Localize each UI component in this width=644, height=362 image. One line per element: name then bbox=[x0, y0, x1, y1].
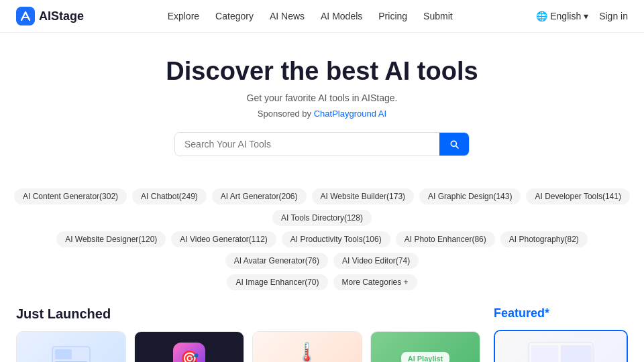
svg-rect-21 bbox=[531, 345, 558, 362]
nav-right: 🌐 English ▾ Sign in bbox=[536, 11, 628, 21]
signin-button[interactable]: Sign in bbox=[599, 11, 628, 21]
tool-img-spotify: AI Playlist bbox=[371, 332, 480, 362]
svg-rect-22 bbox=[561, 345, 592, 362]
ypod-icon: 🎯 bbox=[173, 343, 205, 362]
sponsored-link[interactable]: ChatPlayground AI bbox=[314, 109, 386, 119]
main-content: Just Launched Molmo ↗ bbox=[0, 293, 644, 362]
featured-section: Featured* CVBee.ai ↗ 👍 bbox=[494, 306, 628, 362]
cat-video-editor[interactable]: AI Video Editor(74) bbox=[333, 253, 419, 269]
hero-sponsored: Sponsored by ChatPlayground AI bbox=[13, 109, 631, 119]
cat-avatar-gen[interactable]: AI Avatar Generator(76) bbox=[225, 253, 328, 269]
cat-content-gen[interactable]: AI Content Generator(302) bbox=[14, 188, 127, 204]
category-tags-row2: AI Website Designer(120) AI Video Genera… bbox=[0, 229, 644, 272]
cat-tools-dir[interactable]: AI Tools Directory(128) bbox=[272, 210, 372, 226]
cat-photo-enhancer[interactable]: AI Photo Enhancer(86) bbox=[396, 231, 495, 247]
just-launched-section: Just Launched Molmo ↗ bbox=[16, 306, 480, 362]
hero-subtitle: Get your favorite AI tools in AIStage. bbox=[13, 93, 631, 103]
nav-aimodels[interactable]: AI Models bbox=[321, 11, 362, 21]
hero-title: Discover the best AI tools bbox=[13, 57, 631, 86]
cat-photography[interactable]: AI Photography(82) bbox=[500, 231, 588, 247]
cat-art-gen[interactable]: AI Art Generator(206) bbox=[212, 188, 307, 204]
tool-img-heatbot: 🌡️ Heatbot.io bbox=[253, 332, 362, 362]
cat-web-designer[interactable]: AI Website Designer(120) bbox=[56, 231, 166, 247]
search-icon bbox=[449, 139, 460, 149]
more-categories-button[interactable]: More Categories + bbox=[333, 274, 417, 290]
tool-img-ypod: 🎯 bbox=[135, 332, 244, 362]
search-input[interactable] bbox=[175, 133, 439, 156]
featured-card-cvbee[interactable]: CVBee.ai ↗ 👍 -- CVBee.ai: AI-Powered CV … bbox=[494, 330, 628, 362]
cat-productivity[interactable]: AI Productivity Tools(106) bbox=[282, 231, 390, 247]
heatbot-logo: 🌡️ Heatbot.io bbox=[282, 332, 333, 362]
navbar: AIStage Explore Category AI News AI Mode… bbox=[0, 0, 644, 33]
molmo-preview bbox=[51, 345, 91, 362]
globe-icon: 🌐 bbox=[536, 11, 547, 21]
nav-submit[interactable]: Submit bbox=[423, 11, 453, 21]
language-selector[interactable]: 🌐 English ▾ bbox=[536, 11, 588, 21]
nav-pricing[interactable]: Pricing bbox=[378, 11, 407, 21]
tool-card-molmo[interactable]: Molmo ↗ 🔥 -- Molmo: Open-Source AI for V… bbox=[16, 331, 126, 362]
tool-card-ypod[interactable]: 🎯 Y-Pod ↗ 🔥 117.97M Y-Pod: Life Planner … bbox=[134, 331, 244, 362]
nav-links: Explore Category AI News AI Models Prici… bbox=[168, 11, 453, 21]
cat-website-builder[interactable]: AI Website Builder(173) bbox=[312, 188, 415, 204]
nav-ainews[interactable]: AI News bbox=[270, 11, 305, 21]
cvbee-preview bbox=[527, 341, 594, 362]
chevron-down-icon: ▾ bbox=[584, 11, 588, 21]
just-launched-title: Just Launched bbox=[16, 306, 480, 322]
spotify-visual: AI Playlist bbox=[371, 332, 480, 362]
featured-title: Featured* bbox=[494, 306, 628, 320]
category-tags-row1: AI Content Generator(302) AI Chatbot(249… bbox=[0, 186, 644, 229]
hero-section: Discover the best AI tools Get your favo… bbox=[0, 33, 644, 186]
tool-card-heatbot[interactable]: 🌡️ Heatbot.io Heatbot.io ↗ 🔥 -- Heatbot.… bbox=[252, 331, 362, 362]
cat-image-enhancer[interactable]: AI Image Enhancer(70) bbox=[227, 274, 327, 290]
cat-graphic-design[interactable]: AI Graphic Design(143) bbox=[419, 188, 521, 204]
nav-explore[interactable]: Explore bbox=[168, 11, 199, 21]
ai-playlist-badge: AI Playlist bbox=[401, 352, 450, 362]
nav-category[interactable]: Category bbox=[215, 11, 254, 21]
cat-chatbot[interactable]: AI Chatbot(249) bbox=[132, 188, 207, 204]
search-button[interactable] bbox=[439, 133, 469, 156]
tool-img-molmo bbox=[17, 332, 125, 362]
logo[interactable]: AIStage bbox=[16, 7, 84, 25]
cat-video-gen[interactable]: AI Video Generator(112) bbox=[171, 231, 276, 247]
featured-img-cvbee bbox=[495, 331, 627, 362]
svg-rect-0 bbox=[16, 7, 35, 25]
search-bar bbox=[174, 132, 470, 156]
svg-rect-2 bbox=[55, 349, 72, 359]
logo-icon bbox=[16, 7, 35, 25]
category-tags-row3: AI Image Enhancer(70) More Categories + bbox=[0, 272, 644, 293]
tool-card-spotify[interactable]: AI Playlist Spotify ↗ 🔥 -- AI Playlist B… bbox=[370, 331, 480, 362]
cat-dev-tools[interactable]: AI Developer Tools(141) bbox=[526, 188, 630, 204]
tool-grid-row1: Molmo ↗ 🔥 -- Molmo: Open-Source AI for V… bbox=[16, 331, 480, 362]
